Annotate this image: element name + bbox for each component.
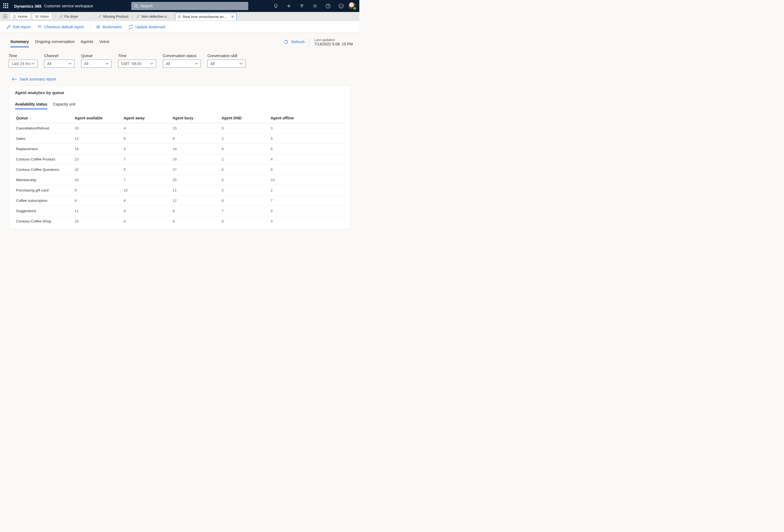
- cell-value: 10: [74, 175, 122, 185]
- filter-icon[interactable]: [299, 3, 305, 9]
- tab-home[interactable]: Home: [10, 13, 30, 20]
- filter-queue-dropdown[interactable]: All: [81, 60, 112, 68]
- cell-queue-name: Membership: [15, 175, 74, 185]
- cell-value: 7: [122, 175, 171, 185]
- filter-time-dropdown[interactable]: Last 24 hrs: [9, 60, 37, 68]
- pencil-icon: [136, 15, 140, 18]
- search-icon: [134, 4, 138, 8]
- cell-value: 7: [270, 196, 344, 206]
- cell-value: 5: [221, 175, 270, 185]
- target-icon: [177, 15, 181, 19]
- cell-value: 9: [171, 206, 221, 216]
- table-row[interactable]: Suggestions119979: [15, 206, 344, 216]
- tab-voice[interactable]: Voice: [100, 36, 109, 47]
- cell-value: 4: [171, 216, 221, 229]
- table-row[interactable]: Membership10725510: [15, 175, 344, 185]
- cell-queue-name: Contoso Coffee Questions: [15, 165, 74, 175]
- table-row[interactable]: Cancellation/Refund2041553: [15, 123, 344, 134]
- refresh-icon: [284, 39, 288, 45]
- col-agent-offline[interactable]: Agent offline: [270, 113, 344, 123]
- cell-queue-name: Suggestions: [15, 206, 74, 216]
- cell-value: 11: [171, 185, 221, 196]
- cell-queue-name: Cancellation/Refund: [15, 123, 74, 134]
- tab-realtime-omnichannel[interactable]: Real time omnichannel an... ✕: [175, 13, 236, 21]
- bookmarks-button[interactable]: Bookmarks: [94, 24, 123, 30]
- gear-icon[interactable]: [312, 3, 318, 9]
- col-agent-available[interactable]: Agent available: [74, 113, 122, 123]
- cell-value: 14: [171, 144, 221, 154]
- cell-value: 8: [171, 134, 221, 144]
- col-agent-dnd[interactable]: Agent DND: [221, 113, 270, 123]
- header-icon-group: [273, 3, 344, 9]
- cell-value: 8: [74, 185, 122, 196]
- cell-value: 7: [221, 206, 270, 216]
- checkout-default-report-button[interactable]: Checkout default report: [36, 23, 86, 30]
- cell-value: 3: [270, 216, 344, 229]
- cell-value: 16: [171, 154, 221, 165]
- home-icon: [13, 15, 16, 18]
- agent-analytics-card: Agent analytics by queue Availability st…: [9, 86, 351, 229]
- table-row[interactable]: Contoso Coffee Questions3252748: [15, 165, 344, 175]
- svg-point-13: [96, 28, 96, 28]
- tab-item-defective[interactable]: Item defective o...: [134, 13, 172, 20]
- lightbulb-icon[interactable]: [273, 3, 279, 9]
- close-icon[interactable]: ✕: [231, 15, 234, 19]
- tab-ongoing-conversation[interactable]: Ongoing conversation: [35, 36, 75, 47]
- svg-point-4: [328, 7, 328, 8]
- col-agent-busy[interactable]: Agent busy: [171, 113, 221, 123]
- chevron-down-icon: [195, 63, 198, 65]
- table-row[interactable]: Contoso Coffee Product2371624: [15, 154, 344, 165]
- filter-status-dropdown[interactable]: All: [163, 60, 201, 68]
- cell-value: 5: [270, 134, 344, 144]
- cell-value: 4: [270, 154, 344, 165]
- card-inner-tabs: Availability status Capacity unit: [15, 100, 344, 109]
- tab-missing-product[interactable]: Missing Product: [96, 13, 131, 20]
- refresh-button[interactable]: Refresh: [284, 39, 305, 45]
- tab-agents[interactable]: Agents: [81, 36, 93, 47]
- col-queue[interactable]: Queue↑: [15, 113, 74, 123]
- search-input[interactable]: Search: [131, 2, 248, 10]
- chevron-down-icon: [239, 63, 243, 65]
- svg-point-12: [96, 27, 96, 27]
- user-avatar[interactable]: [348, 2, 356, 10]
- filter-timezone-label: Time: [118, 54, 156, 58]
- table-row[interactable]: Contoso Coffee Shop154483: [15, 216, 344, 229]
- cell-value: 9: [74, 196, 122, 206]
- table-row[interactable]: Coffee subscription981267: [15, 196, 344, 206]
- tab-inbox[interactable]: Inbox: [32, 13, 52, 20]
- tab-summary[interactable]: Summary: [10, 36, 29, 47]
- filter-timezone-dropdown[interactable]: GMT -08:00: [118, 60, 156, 68]
- filter-row: Time Last 24 hrs Channel All Queue All T…: [6, 49, 353, 68]
- table-row[interactable]: Purchasing gift card8101132: [15, 185, 344, 196]
- page-body: Summary Ongoing conversation Agents Voic…: [0, 33, 359, 229]
- last-updated-display: Last updated 7/14/2022 5:08: 15 PM: [309, 38, 353, 46]
- filter-channel-dropdown[interactable]: All: [44, 60, 75, 68]
- global-header: Dynamics 365 Customer service workspace …: [0, 0, 359, 12]
- chevron-down-icon: [150, 63, 153, 65]
- cell-value: 25: [171, 175, 221, 185]
- inner-tab-availability[interactable]: Availability status: [15, 100, 47, 109]
- report-mode-tabs: Summary Ongoing conversation Agents Voic…: [6, 36, 113, 47]
- filter-skill-dropdown[interactable]: All: [207, 60, 246, 68]
- help-icon[interactable]: [325, 3, 331, 9]
- table-row[interactable]: Sales128825: [15, 134, 344, 144]
- plus-icon[interactable]: [286, 3, 292, 9]
- cell-value: 4: [122, 216, 171, 229]
- back-summary-link[interactable]: back summary report: [6, 68, 353, 86]
- update-bookmark-button[interactable]: Update bookmark: [127, 23, 167, 30]
- emoji-icon[interactable]: [338, 3, 344, 9]
- filter-skill-label: Conversation skill: [207, 54, 246, 58]
- cell-value: 23: [74, 154, 122, 165]
- app-launcher-icon[interactable]: [3, 3, 9, 9]
- hamburger-icon[interactable]: [2, 14, 9, 18]
- table-row[interactable]: Replacement1641466: [15, 144, 344, 154]
- svg-point-6: [340, 5, 341, 6]
- col-agent-away[interactable]: Agent away: [122, 113, 171, 123]
- tab-fix-dryer[interactable]: Fix dryer: [57, 13, 81, 20]
- inner-tab-capacity[interactable]: Capacity unit: [53, 100, 76, 109]
- filter-time-label: Time: [9, 54, 37, 58]
- svg-point-7: [342, 5, 342, 6]
- cell-value: 20: [74, 123, 122, 134]
- edit-report-button[interactable]: Edit report: [5, 24, 32, 30]
- svg-point-2: [314, 5, 316, 7]
